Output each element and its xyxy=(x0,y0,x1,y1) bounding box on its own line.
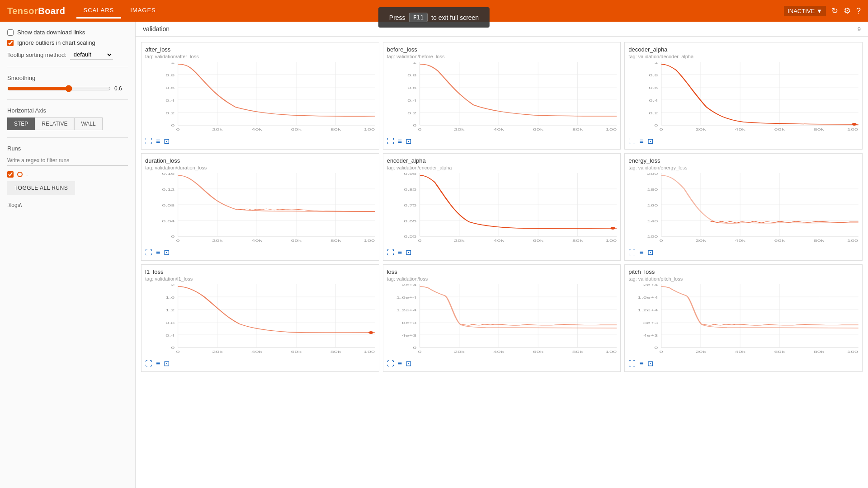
chart-l1-loss: l1_loss tag: validation/l1_loss xyxy=(141,264,379,372)
tooltip-sort-select[interactable]: default ascending descending xyxy=(70,50,113,60)
chart-zoom-btn-2[interactable]: ⊡ xyxy=(406,137,411,145)
chart-lines-btn-5[interactable]: ≡ xyxy=(398,248,402,257)
chart-lines-btn-3[interactable]: ≡ xyxy=(639,137,643,145)
svg-text:2e+4: 2e+4 xyxy=(401,284,416,286)
chart-zoom-btn-7[interactable]: ⊡ xyxy=(164,359,170,368)
axis-relative-btn[interactable]: RELATIVE xyxy=(35,117,74,130)
chart-duration-loss-tag: tag: validation/duration_loss xyxy=(145,165,375,170)
svg-text:40k: 40k xyxy=(251,238,262,242)
chart-expand-btn-7[interactable]: ⛶ xyxy=(145,359,152,368)
help-icon[interactable]: ? xyxy=(856,6,861,16)
svg-text:0.4: 0.4 xyxy=(165,98,175,102)
divider-2 xyxy=(7,99,128,100)
chart-zoom-btn-4[interactable]: ⊡ xyxy=(164,248,170,257)
section-name: validation xyxy=(143,25,170,33)
svg-text:40k: 40k xyxy=(735,238,746,242)
svg-text:60k: 60k xyxy=(291,238,302,242)
chart-expand-btn-6[interactable]: ⛶ xyxy=(628,248,636,257)
chart-duration-loss-title: duration_loss xyxy=(145,157,375,164)
nav-images[interactable]: IMAGES xyxy=(123,3,163,19)
smoothing-slider[interactable] xyxy=(7,85,111,92)
refresh-icon[interactable]: ↻ xyxy=(831,6,838,16)
chart-expand-btn[interactable]: ⛶ xyxy=(145,137,152,145)
svg-text:180: 180 xyxy=(647,187,658,191)
toast-text-after: to exit full screen xyxy=(431,14,479,21)
chart-expand-btn-3[interactable]: ⛶ xyxy=(628,137,636,145)
svg-text:80k: 80k xyxy=(330,238,341,242)
svg-text:0: 0 xyxy=(660,238,664,242)
runs-filter-input[interactable] xyxy=(7,155,128,166)
chart-expand-btn-8[interactable]: ⛶ xyxy=(387,359,394,368)
show-download-checkbox[interactable] xyxy=(7,29,14,36)
chart-before-loss-tag: tag: validation/before_loss xyxy=(387,54,617,59)
svg-text:100: 100 xyxy=(647,234,658,238)
svg-text:100k: 100k xyxy=(847,127,859,131)
axis-wall-btn[interactable]: WALL xyxy=(74,117,102,130)
chart-zoom-btn-8[interactable]: ⊡ xyxy=(406,359,411,368)
chart-expand-btn-4[interactable]: ⛶ xyxy=(145,248,152,257)
toast-text-before: Press xyxy=(389,14,406,21)
chart-lines-btn-8[interactable]: ≡ xyxy=(398,359,402,368)
chart-lines-btn-9[interactable]: ≡ xyxy=(639,359,643,368)
chart-pitch-loss-area: 2e+4 1.6e+4 1.2e+4 8e+3 4e+3 0 0 20k 40k… xyxy=(628,284,859,357)
svg-text:100k: 100k xyxy=(605,349,617,353)
chart-before-loss-controls: ⛶ ≡ ⊡ xyxy=(387,137,617,145)
chart-decoder-alpha: decoder_alpha tag: validation/decoder_al… xyxy=(624,42,863,150)
run-checkbox[interactable] xyxy=(7,171,14,178)
header-right: INACTIVE ▼ ↻ ⚙ ? xyxy=(784,6,861,16)
toggle-all-runs-button[interactable]: TOGGLE ALL RUNS xyxy=(7,181,75,195)
chart-before-loss: before_loss tag: validation/before_loss xyxy=(383,42,621,150)
main-content: validation 9 after_loss tag: validation/… xyxy=(136,22,868,488)
chart-lines-btn[interactable]: ≡ xyxy=(156,137,160,145)
chart-zoom-btn[interactable]: ⊡ xyxy=(164,137,170,145)
chart-after-loss-area: 1 0.8 0.6 0.4 0.2 0 0 20k 40k 60k 80k 10… xyxy=(145,62,375,134)
svg-text:1.6e+4: 1.6e+4 xyxy=(638,295,658,299)
svg-text:0: 0 xyxy=(655,345,659,349)
svg-text:20k: 20k xyxy=(454,127,465,131)
svg-text:0.4: 0.4 xyxy=(407,98,417,102)
svg-text:40k: 40k xyxy=(251,349,262,353)
axis-step-btn[interactable]: STEP xyxy=(7,117,35,130)
svg-text:0: 0 xyxy=(660,127,664,131)
svg-text:20k: 20k xyxy=(695,127,706,131)
svg-text:0.4: 0.4 xyxy=(649,98,659,102)
chart-l1-loss-area: 2 1.6 1.2 0.8 0.4 0 0 20k 40k 60k 80k 10… xyxy=(145,284,375,357)
logs-path-label: .\logs\ xyxy=(7,202,128,208)
svg-text:0: 0 xyxy=(171,345,175,349)
svg-text:1.6e+4: 1.6e+4 xyxy=(396,295,416,299)
ignore-outliers-checkbox[interactable] xyxy=(7,40,14,46)
chart-zoom-btn-5[interactable]: ⊡ xyxy=(406,248,411,257)
svg-text:60k: 60k xyxy=(533,238,543,242)
smoothing-section: Smoothing 0.6 xyxy=(7,75,128,92)
chart-lines-btn-6[interactable]: ≡ xyxy=(639,248,643,257)
smoothing-row: 0.6 xyxy=(7,85,128,92)
axis-title: Horizontal Axis xyxy=(7,107,128,114)
svg-text:160: 160 xyxy=(647,203,658,207)
chart-zoom-btn-3[interactable]: ⊡ xyxy=(647,137,653,145)
chart-zoom-btn-9[interactable]: ⊡ xyxy=(647,359,653,368)
section-count: 9 xyxy=(858,26,861,33)
chart-duration-loss: duration_loss tag: validation/duration_l… xyxy=(141,153,379,261)
charts-grid: after_loss tag: validation/after_loss xyxy=(136,37,868,377)
runs-title: Runs xyxy=(7,145,128,152)
svg-text:100k: 100k xyxy=(364,238,375,242)
chart-expand-btn-5[interactable]: ⛶ xyxy=(387,248,394,257)
chart-zoom-btn-6[interactable]: ⊡ xyxy=(647,248,653,257)
settings-icon[interactable]: ⚙ xyxy=(844,6,851,16)
svg-text:20k: 20k xyxy=(454,349,465,353)
svg-text:0.75: 0.75 xyxy=(404,203,417,207)
chart-expand-btn-2[interactable]: ⛶ xyxy=(387,137,394,145)
chart-lines-btn-2[interactable]: ≡ xyxy=(398,137,402,145)
inactive-dropdown[interactable]: INACTIVE ▼ xyxy=(784,6,826,16)
svg-text:0.2: 0.2 xyxy=(165,111,175,115)
nav-scalars[interactable]: SCALARS xyxy=(76,3,122,19)
svg-text:60k: 60k xyxy=(533,127,543,131)
chart-expand-btn-9[interactable]: ⛶ xyxy=(628,359,636,368)
chart-lines-btn-4[interactable]: ≡ xyxy=(156,248,160,257)
svg-text:0.2: 0.2 xyxy=(407,111,416,115)
chart-lines-btn-7[interactable]: ≡ xyxy=(156,359,160,368)
svg-text:100k: 100k xyxy=(605,238,617,242)
ignore-outliers-label: Ignore outliers in chart scaling xyxy=(17,39,95,46)
chart-l1-loss-tag: tag: validation/l1_loss xyxy=(145,276,375,282)
svg-text:80k: 80k xyxy=(814,349,825,353)
